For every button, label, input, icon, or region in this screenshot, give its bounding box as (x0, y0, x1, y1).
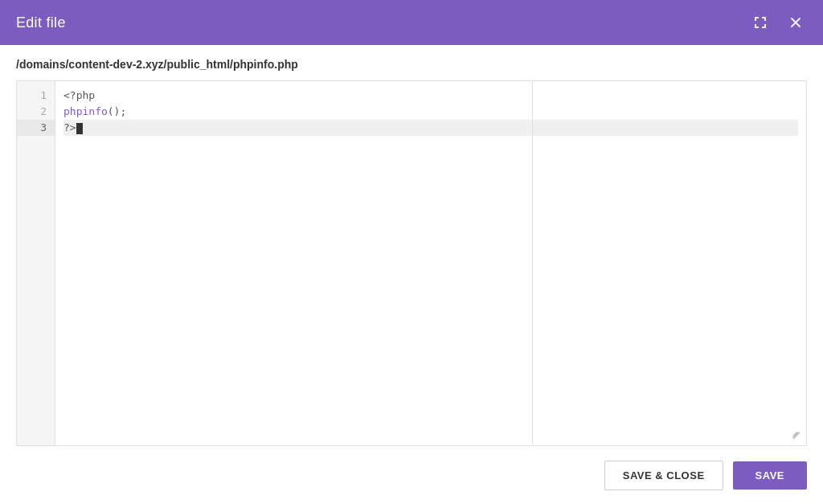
line-numbers: 1 2 3 (17, 81, 55, 445)
vertical-divider (532, 81, 533, 445)
modal-body: /domains/content-dev-2.xyz/public_html/p… (0, 45, 823, 446)
line-number-2: 2 (17, 104, 55, 120)
modal-footer: SAVE & CLOSE SAVE (0, 446, 823, 504)
fullscreen-icon (752, 14, 768, 31)
header-actions (749, 11, 807, 34)
save-button[interactable]: SAVE (733, 461, 807, 490)
file-path: /domains/content-dev-2.xyz/public_html/p… (16, 58, 807, 71)
code-line-3: ?> (63, 120, 798, 136)
editor-container[interactable]: 1 2 3 <?php phpinfo(); ?> (16, 80, 807, 446)
close-icon (788, 14, 804, 31)
line-number-3: 3 (17, 120, 55, 136)
line-number-1: 1 (17, 88, 55, 104)
modal-title: Edit file (16, 14, 66, 31)
close-button[interactable] (784, 11, 807, 34)
code-line-2: phpinfo(); (63, 104, 798, 120)
cursor (76, 123, 83, 134)
modal-header: Edit file (0, 0, 823, 45)
code-content[interactable]: <?php phpinfo(); ?> (55, 81, 806, 445)
resize-handle[interactable] (792, 431, 803, 442)
code-editor[interactable]: <?php phpinfo(); ?> (55, 81, 806, 445)
save-close-button[interactable]: SAVE & CLOSE (604, 461, 723, 490)
resize-icon (792, 431, 800, 439)
fullscreen-button[interactable] (749, 11, 772, 34)
edit-file-modal: Edit file /domains/content-dev-2.xyz/pub… (0, 0, 823, 504)
code-line-1: <?php (63, 88, 798, 104)
